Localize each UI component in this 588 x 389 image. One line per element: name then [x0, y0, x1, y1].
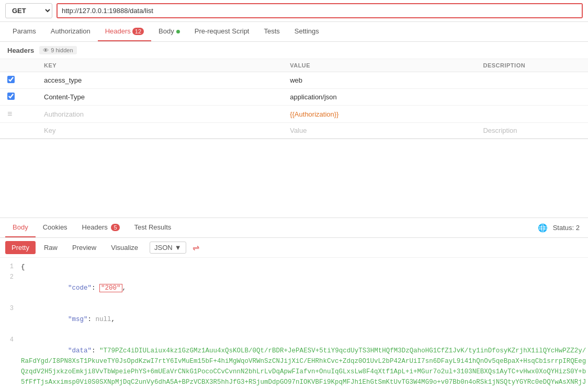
row4-desc: Description — [476, 123, 588, 139]
row4-key: Key — [37, 123, 282, 139]
empty-area — [0, 139, 588, 218]
line-num-2: 2 — [0, 272, 21, 282]
row1-value: web — [282, 72, 476, 89]
sub-tab-preview[interactable]: Preview — [66, 241, 103, 254]
json-line-1: 1 { — [0, 262, 588, 272]
globe-icon: 🌐 — [538, 223, 548, 233]
tab-test-results[interactable]: Test Results — [127, 218, 179, 237]
row3-drag — [22, 106, 37, 123]
col-desc-header: DESCRIPTION — [476, 59, 588, 72]
line-content-2: "code": "200", — [21, 272, 588, 304]
headers-title: Headers — [7, 47, 34, 54]
table-row: ≡ Authorization {{Authorization}} — [0, 106, 588, 123]
row1-desc — [476, 72, 588, 89]
bottom-tab-right: 🌐 Status: 2 — [538, 223, 583, 233]
row1-checkbox-cell — [0, 72, 22, 89]
col-drag-header — [22, 59, 37, 72]
tab-params[interactable]: Params — [5, 22, 43, 41]
table-row: Key Value Description — [0, 123, 588, 139]
method-select[interactable]: GET POST PUT DELETE — [5, 3, 52, 18]
line-content-1: { — [21, 262, 588, 272]
eye-icon: 👁 — [43, 47, 49, 53]
sub-tab-bar: Pretty Raw Preview Visualize JSON ▼ ⇌ — [0, 238, 588, 258]
tab-body[interactable]: Body — [151, 22, 187, 41]
col-checkbox-header — [0, 59, 22, 72]
row3-drag-handle: ≡ — [7, 109, 12, 119]
tab-tests[interactable]: Tests — [256, 22, 287, 41]
headers-badge: 12 — [132, 28, 144, 35]
line-num-4: 4 — [0, 335, 21, 345]
line-num-1: 1 — [0, 262, 21, 272]
row3-desc — [476, 106, 588, 123]
json-line-3: 3 "msg": null, — [0, 304, 588, 335]
row1-checkbox[interactable] — [7, 76, 15, 83]
col-key-header: KEY — [37, 59, 282, 72]
body-dot — [176, 30, 180, 33]
response-tab-bar: Body Cookies Headers 5 Test Results 🌐 St… — [0, 218, 588, 238]
chevron-down-icon: ▼ — [175, 244, 182, 251]
wrap-icon[interactable]: ⇌ — [193, 243, 199, 253]
row1-key: access_type — [37, 72, 282, 89]
status-text: Status: 2 — [553, 224, 580, 232]
row2-checkbox-cell — [0, 89, 22, 106]
url-input-wrapper — [56, 3, 583, 18]
sub-tab-pretty[interactable]: Pretty — [5, 241, 36, 254]
line-content-4: "data": "T79PZc4iDIULaiux4kz1GzGMz1Auu4x… — [21, 335, 588, 389]
json-line-4: 4 "data": "T79PZc4iDIULaiux4kz1GzGMz1Auu… — [0, 335, 588, 389]
row3-key: Authorization — [37, 106, 282, 123]
tab-response-cookies[interactable]: Cookies — [36, 218, 75, 237]
row2-desc — [476, 89, 588, 106]
col-value-header: VALUE — [282, 59, 476, 72]
tab-authorization[interactable]: Authorization — [43, 22, 98, 41]
row2-drag — [22, 89, 37, 106]
tab-headers[interactable]: Headers12 — [98, 22, 151, 41]
headers-table: KEY VALUE DESCRIPTION access_type web — [0, 59, 588, 139]
response-headers-badge: 5 — [111, 224, 119, 231]
table-row: access_type web — [0, 72, 588, 89]
row3-value: {{Authorization}} — [282, 106, 476, 123]
row4-drag — [22, 123, 37, 139]
json-line-2: 2 "code": "200", — [0, 272, 588, 304]
hidden-badge: 👁 9 hidden — [39, 46, 76, 54]
request-tab-bar: Params Authorization Headers12 Body Pre-… — [0, 22, 588, 42]
headers-section: Headers 👁 9 hidden KEY VALUE DESCRIPTION — [0, 42, 588, 139]
line-num-3: 3 — [0, 304, 21, 314]
sub-tab-raw[interactable]: Raw — [38, 241, 64, 254]
tab-settings[interactable]: Settings — [287, 22, 326, 41]
url-input[interactable] — [58, 4, 582, 17]
sub-tab-visualize[interactable]: Visualize — [105, 241, 144, 254]
headers-title-row: Headers 👁 9 hidden — [0, 42, 588, 59]
table-row: Content-Type application/json — [0, 89, 588, 106]
tab-response-headers[interactable]: Headers 5 — [75, 218, 127, 237]
json-content: 1 { 2 "code": "200", 3 "msg": null, 4 "d… — [0, 258, 588, 389]
tab-response-body[interactable]: Body — [5, 218, 36, 237]
row3-checkbox-cell: ≡ — [0, 106, 22, 123]
format-select[interactable]: JSON ▼ — [150, 242, 186, 254]
top-bar: GET POST PUT DELETE — [0, 0, 588, 22]
bottom-section: Body Cookies Headers 5 Test Results 🌐 St… — [0, 218, 588, 389]
row4-value: Value — [282, 123, 476, 139]
row1-drag — [22, 72, 37, 89]
line-content-3: "msg": null, — [21, 304, 588, 335]
tab-pre-request-script[interactable]: Pre-request Script — [187, 22, 257, 41]
row2-key: Content-Type — [37, 89, 282, 106]
row2-checkbox[interactable] — [7, 93, 15, 100]
row2-value: application/json — [282, 89, 476, 106]
row4-checkbox-cell — [0, 123, 22, 139]
